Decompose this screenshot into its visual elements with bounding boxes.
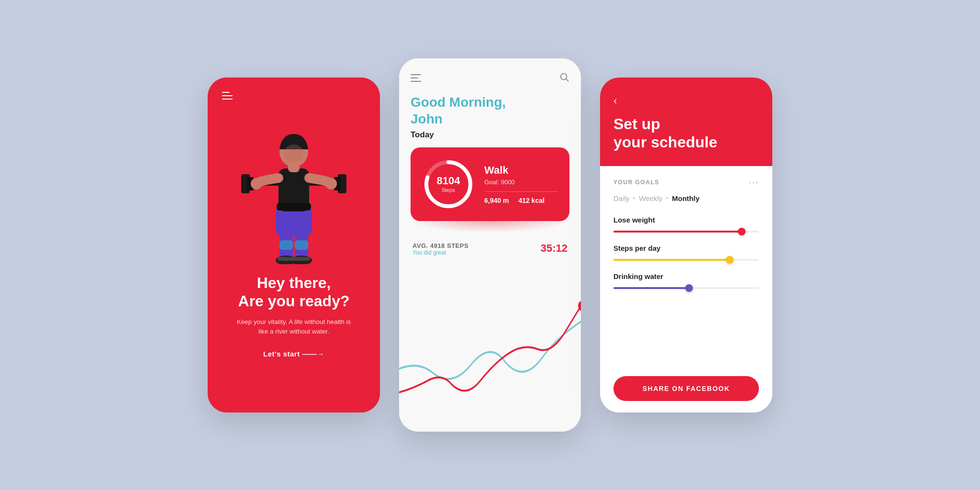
slider-water-track[interactable] bbox=[613, 287, 759, 289]
slider-steps-thumb[interactable] bbox=[726, 256, 734, 264]
hamburger-icon-2[interactable] bbox=[411, 74, 421, 82]
card-glow bbox=[411, 221, 569, 233]
steps-card: 8104 Steps Walk Goal: 9000 6,940 m 412 k… bbox=[411, 147, 569, 221]
slider-water: Drinking water bbox=[613, 272, 759, 289]
avg-time: 35:12 bbox=[541, 242, 568, 255]
your-goals-label: YOUR GOALS bbox=[613, 179, 659, 186]
svg-rect-9 bbox=[278, 257, 295, 261]
goals-tabs: Daily Weekly Monthly bbox=[613, 194, 759, 202]
walk-goal: Goal: 9000 bbox=[484, 178, 558, 186]
slider-water-label: Drinking water bbox=[613, 272, 759, 280]
schedule-title: Set up your schedule bbox=[613, 115, 759, 152]
phone-dashboard: Good Morning, John Today 8104 Steps Walk bbox=[399, 58, 581, 432]
athlete-illustration bbox=[232, 101, 356, 264]
svg-rect-19 bbox=[279, 240, 293, 250]
svg-rect-20 bbox=[295, 240, 308, 250]
svg-point-14 bbox=[251, 178, 262, 189]
slider-lose-weight-thumb[interactable] bbox=[738, 228, 746, 235]
slider-steps-label: Steps per day bbox=[613, 244, 759, 252]
avg-sublabel: You did great bbox=[412, 249, 468, 256]
steps-info: Walk Goal: 9000 6,940 m 412 kcal bbox=[484, 164, 558, 204]
today-label: Today bbox=[411, 130, 569, 140]
search-button[interactable] bbox=[559, 72, 569, 84]
steps-number: 8104 bbox=[437, 176, 460, 186]
svg-rect-10 bbox=[293, 257, 310, 261]
dashboard-header bbox=[411, 72, 569, 84]
phone-schedule: ‹ Set up your schedule YOUR GOALS ··· Da… bbox=[600, 78, 772, 412]
steps-label: Steps bbox=[437, 187, 460, 193]
svg-rect-13 bbox=[277, 203, 311, 211]
hamburger-icon[interactable] bbox=[222, 92, 233, 100]
slider-lose-weight-fill bbox=[613, 231, 742, 233]
slider-water-thumb[interactable] bbox=[685, 284, 693, 292]
schedule-body: YOUR GOALS ··· Daily Weekly Monthly Lose… bbox=[600, 166, 772, 412]
welcome-subtext: Keep your vitality. A life without healt… bbox=[236, 317, 351, 337]
goals-header: YOUR GOALS ··· bbox=[613, 178, 759, 188]
svg-point-21 bbox=[561, 74, 567, 80]
walk-title: Walk bbox=[484, 164, 558, 177]
facebook-share-button[interactable]: SHARE ON FACEBOOK bbox=[613, 376, 759, 401]
svg-line-22 bbox=[566, 79, 568, 81]
phones-container: Hey there, Are you ready? Keep your vita… bbox=[0, 39, 980, 451]
welcome-text: Hey there, Are you ready? Keep your vita… bbox=[232, 274, 356, 336]
slider-steps-fill bbox=[613, 259, 730, 261]
lets-start-button[interactable]: Let's start ——→ bbox=[263, 350, 324, 358]
welcome-headline: Hey there, Are you ready? bbox=[236, 274, 351, 311]
walk-kcal: 412 kcal bbox=[518, 197, 545, 204]
slider-lose-weight: Lose weight bbox=[613, 216, 759, 233]
walk-stats: 6,940 m 412 kcal bbox=[484, 197, 558, 204]
tab-dot-2 bbox=[666, 197, 668, 199]
slider-water-fill bbox=[613, 287, 689, 289]
slider-steps-track[interactable] bbox=[613, 259, 759, 261]
slider-lose-weight-track[interactable] bbox=[613, 231, 759, 233]
tab-monthly[interactable]: Monthly bbox=[672, 194, 700, 202]
walk-distance: 6,940 m bbox=[484, 197, 509, 204]
avg-info: AVG. 4918 STEPS You did great bbox=[412, 242, 468, 256]
avg-section: AVG. 4918 STEPS You did great 35:12 bbox=[411, 242, 569, 256]
schedule-header: ‹ Set up your schedule bbox=[600, 78, 772, 166]
tab-dot-1 bbox=[633, 197, 635, 199]
chart-area bbox=[399, 259, 581, 432]
avg-label: AVG. 4918 STEPS bbox=[412, 242, 468, 249]
phone-welcome: Hey there, Are you ready? Keep your vita… bbox=[208, 78, 380, 412]
steps-center: 8104 Steps bbox=[437, 176, 460, 193]
svg-point-18 bbox=[284, 145, 303, 162]
svg-point-15 bbox=[325, 178, 337, 189]
tab-weekly[interactable]: Weekly bbox=[639, 194, 662, 202]
slider-lose-weight-label: Lose weight bbox=[613, 216, 759, 224]
greeting-text: Good Morning, John bbox=[411, 94, 569, 127]
slider-steps: Steps per day bbox=[613, 244, 759, 261]
more-options-button[interactable]: ··· bbox=[749, 178, 759, 188]
back-button[interactable]: ‹ bbox=[613, 95, 759, 107]
tab-daily[interactable]: Daily bbox=[613, 194, 629, 202]
steps-circle: 8104 Steps bbox=[422, 158, 475, 211]
